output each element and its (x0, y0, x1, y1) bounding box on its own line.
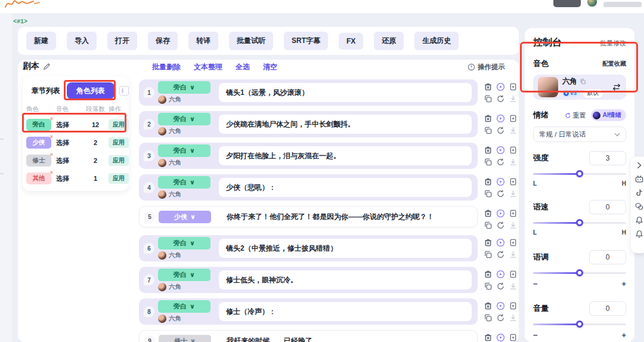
restore-button[interactable]: 还原 (374, 32, 404, 50)
select-voice-link[interactable]: 选择 (56, 121, 82, 130)
play-icon[interactable] (496, 238, 505, 247)
add-file-icon[interactable] (509, 301, 518, 310)
segment-text[interactable]: 修士（冷声）： (219, 302, 472, 321)
voice-favorites-link[interactable]: 配置收藏 (602, 60, 626, 68)
delete-icon[interactable] (484, 114, 493, 123)
segment-bubble[interactable]: 7 旁白∨ 六角 修士低头，眼神沉冷。 (139, 267, 478, 293)
tab-role-list[interactable]: 角色列表 (67, 82, 114, 99)
batch-preview-button[interactable]: 批量试听 (229, 32, 273, 50)
save-button[interactable]: 保存 (148, 32, 178, 50)
role-tag-other[interactable]: 其他× (26, 172, 51, 184)
copy-icon[interactable] (484, 282, 493, 291)
add-file-icon[interactable] (509, 270, 518, 279)
clear-link[interactable]: 清空 (263, 62, 277, 72)
regenerate-icon[interactable] (496, 250, 505, 259)
segment-bubble[interactable]: 8 旁白∨ 六角 修士（冷声）： (139, 298, 478, 325)
download-icon[interactable] (509, 313, 518, 322)
delete-icon[interactable] (484, 270, 493, 279)
segment-text[interactable]: 镜头2（中景推近，修士披风猎猎） (219, 239, 472, 258)
import-button[interactable]: 导入 (67, 32, 97, 50)
add-file-icon[interactable] (509, 209, 518, 218)
pitch-input[interactable] (589, 250, 626, 264)
delete-icon[interactable] (484, 146, 493, 155)
add-file-icon[interactable] (509, 177, 518, 186)
apply-button[interactable]: 应用 (109, 173, 129, 184)
delete-icon[interactable] (484, 238, 493, 247)
apply-button[interactable]: 应用 (109, 119, 129, 130)
chevron-right-icon[interactable] (635, 161, 643, 170)
delete-icon[interactable] (484, 301, 493, 310)
swap-voice-icon[interactable] (612, 83, 621, 91)
emotion-reset[interactable]: 重置 (565, 111, 586, 120)
new-button[interactable]: 新建 (26, 32, 56, 50)
play-icon[interactable] (496, 209, 505, 218)
slider-thumb[interactable] (576, 170, 583, 177)
slider-thumb[interactable] (576, 269, 583, 276)
volume-input[interactable] (589, 301, 626, 316)
play-icon[interactable] (496, 301, 505, 310)
role-tag-narrator[interactable]: 旁白× (26, 119, 51, 131)
role-dropdown[interactable]: 旁白∨ (158, 144, 210, 157)
segment-bubble[interactable]: 5 少侠∨ 你终于来了！他们全死了！都是因为你——你说的守护之约呢？！ (139, 206, 478, 227)
remove-role-icon[interactable]: × (50, 134, 53, 140)
add-file-icon[interactable] (509, 146, 518, 155)
voice-card[interactable]: 六角 ●V3 默认 (533, 75, 626, 100)
segment-bubble[interactable]: 9 修士∨ 我赶来的时候……已经晚了。 (139, 330, 478, 342)
download-icon[interactable] (509, 250, 518, 259)
remove-role-icon[interactable]: × (50, 152, 53, 158)
segment-bubble[interactable]: 1 旁白∨ 六角 镜头1（远景，风沙滚滚） (139, 79, 478, 106)
regenerate-icon[interactable] (496, 94, 505, 103)
open-button[interactable]: 打开 (107, 32, 137, 50)
wechat-icon[interactable] (635, 202, 643, 211)
add-file-icon[interactable] (509, 82, 518, 91)
add-file-icon[interactable] (509, 114, 518, 123)
download-icon[interactable] (509, 126, 518, 135)
play-icon[interactable] (496, 82, 505, 91)
segment-bubble[interactable]: 6 旁白∨ 六角 镜头2（中景推近，修士披风猎猎） (139, 235, 478, 261)
tiktok-icon[interactable] (635, 189, 643, 197)
select-voice-link[interactable]: 选择 (56, 156, 82, 165)
role-dropdown[interactable]: 旁白∨ (158, 81, 210, 94)
select-voice-link[interactable]: 选择 (56, 174, 82, 183)
slider-thumb[interactable] (576, 321, 583, 328)
pitch-slider[interactable] (533, 269, 626, 276)
edit-script-icon[interactable] (43, 63, 51, 70)
role-tag-hero[interactable]: 少侠× (26, 137, 51, 149)
play-icon[interactable] (496, 177, 505, 186)
ai-emotion-button[interactable]: AI情绪 (591, 109, 627, 121)
segment-text[interactable]: 修士低头，眼神沉冷。 (219, 270, 472, 289)
srt-subtitle-button[interactable]: SRT字幕 (284, 32, 328, 50)
segment-text[interactable]: 少侠（悲吼）： (219, 178, 472, 197)
collapsed-left-rail[interactable] (0, 13, 12, 342)
intensity-slider[interactable] (533, 170, 626, 177)
bell-icon[interactable] (635, 216, 643, 224)
bell-icon[interactable] (635, 230, 643, 238)
delete-icon[interactable] (484, 333, 493, 342)
user-avatar[interactable] (587, 0, 597, 7)
download-icon[interactable] (509, 94, 518, 103)
brand-logo[interactable] (4, 0, 45, 10)
segment-bubble[interactable]: 3 旁白∨ 六角 夕阳打在他脸上，泪与灰混在一起。 (139, 143, 478, 169)
role-dropdown[interactable]: 旁白∨ (158, 300, 210, 313)
apply-button[interactable]: 应用 (109, 155, 129, 166)
speed-slider[interactable] (533, 219, 626, 226)
history-button[interactable]: 生成历史 (414, 32, 459, 50)
intensity-input[interactable] (589, 151, 626, 165)
segment-bubble[interactable]: 2 旁白∨ 六角 少侠跪在满地尸体之间，手中长剑颤抖。 (139, 111, 478, 137)
fx-button[interactable]: FX (339, 33, 363, 50)
apply-button[interactable]: 应用 (109, 137, 129, 148)
play-icon[interactable] (496, 333, 505, 342)
regenerate-icon[interactable] (496, 126, 505, 135)
regenerate-icon[interactable] (496, 189, 505, 198)
role-dropdown[interactable]: 旁白∨ (158, 176, 210, 189)
download-icon[interactable] (509, 189, 518, 198)
delete-icon[interactable] (484, 177, 493, 186)
role-dropdown[interactable]: 旁白∨ (158, 269, 210, 281)
regenerate-icon[interactable] (496, 158, 505, 167)
select-voice-link[interactable]: 选择 (56, 138, 82, 147)
play-icon[interactable] (496, 270, 505, 279)
batch-delete-link[interactable]: 批量删除 (152, 62, 181, 72)
role-dropdown[interactable]: 旁白∨ (158, 113, 210, 125)
regenerate-icon[interactable] (496, 221, 505, 230)
copy-icon[interactable] (484, 189, 493, 198)
